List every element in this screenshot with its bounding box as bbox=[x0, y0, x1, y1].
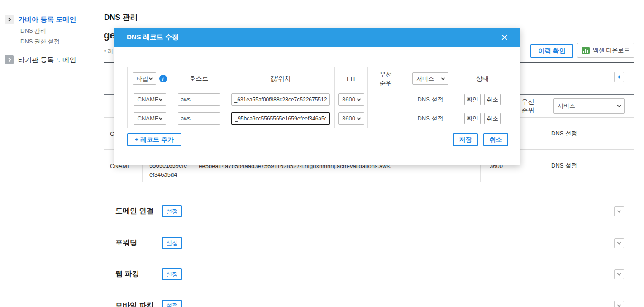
cancel-button[interactable]: 취소 bbox=[484, 94, 501, 105]
expand-section-button[interactable] bbox=[614, 269, 624, 279]
domain-name: ge bbox=[104, 29, 115, 41]
header-cell-value: 값/위치 bbox=[226, 67, 335, 90]
priority-cell bbox=[368, 90, 404, 109]
type-cell: CNAME bbox=[127, 90, 172, 109]
modal-record-row: CNAME 3600 bbox=[127, 109, 508, 128]
confirm-button[interactable]: 확인 bbox=[464, 113, 481, 124]
sidebar-item-label: 가비아 등록 도메인 bbox=[18, 15, 76, 24]
section-title: 웹 파킹 bbox=[115, 269, 162, 279]
record-type-select[interactable]: CNAME bbox=[134, 112, 166, 125]
note-bullet: • bbox=[104, 48, 106, 54]
expand-section-button[interactable] bbox=[614, 301, 624, 307]
expand-section-button[interactable] bbox=[614, 206, 624, 216]
info-icon[interactable]: i bbox=[159, 75, 167, 82]
value-cell bbox=[226, 109, 335, 128]
header-cell-service: 서비스 bbox=[544, 95, 634, 118]
value-cell bbox=[226, 90, 335, 109]
status-cell: 확인 취소 bbox=[457, 109, 508, 128]
chevron-down-icon bbox=[357, 116, 361, 120]
excel-download-label: 엑셀 다운로드 bbox=[593, 46, 630, 54]
modal-record-table: 타입 i 호스트 값/위치 TTL 우선 순위 서비스 bbox=[127, 67, 508, 128]
record-type-select[interactable]: CNAME bbox=[134, 93, 166, 106]
note-partial-text: 레 bbox=[108, 48, 113, 54]
section-mobile-parking: 모바일 파킹 설정 bbox=[104, 290, 634, 307]
value-input[interactable] bbox=[231, 93, 330, 106]
modal-footer: + 레코드 추가 저장 취소 bbox=[127, 133, 508, 146]
service-cell: DNS 설정 bbox=[404, 109, 457, 128]
host-input[interactable] bbox=[178, 93, 220, 106]
header-cell-ttl: TTL bbox=[335, 67, 368, 90]
service-cell: DNS 설정 bbox=[404, 90, 457, 109]
mobile-parking-setting-button[interactable]: 설정 bbox=[162, 300, 182, 307]
section-title: 모바일 파킹 bbox=[115, 301, 162, 307]
modal-table-header: 타입 i 호스트 값/위치 TTL 우선 순위 서비스 bbox=[127, 67, 508, 90]
sidebar-item-label: 타기관 등록 도메인 bbox=[18, 56, 76, 64]
modal-header: DNS 레코드 수정 ✕ bbox=[114, 28, 520, 47]
expand-section-button[interactable] bbox=[614, 238, 624, 248]
ttl-cell: 3600 bbox=[335, 90, 368, 109]
chevron-down-icon bbox=[617, 240, 621, 244]
excel-download-button[interactable]: 엑셀 다운로드 bbox=[577, 43, 634, 58]
ttl-select[interactable]: 3600 bbox=[338, 112, 364, 125]
modal-title: DNS 레코드 수정 bbox=[127, 33, 179, 42]
note-text: • 레 bbox=[104, 48, 113, 55]
page-title: DNS 관리 bbox=[104, 12, 138, 23]
sidebar-item-gabia-domains[interactable]: 가비아 등록 도메인 bbox=[5, 15, 76, 24]
chevron-right-icon bbox=[5, 55, 14, 64]
sidebar-item-other-registrar-domains[interactable]: 타기관 등록 도메인 bbox=[5, 55, 76, 64]
collapse-panel-button[interactable] bbox=[614, 72, 624, 82]
section-web-parking: 웹 파킹 설정 bbox=[104, 259, 634, 290]
header-cell-service: 서비스 bbox=[404, 67, 457, 90]
chevron-down-icon bbox=[158, 116, 162, 120]
sidebar-item-dns-permission[interactable]: DNS 권한 설정 bbox=[20, 38, 60, 46]
modal-record-row: CNAME 3600 bbox=[127, 90, 508, 109]
chevron-down-icon bbox=[441, 76, 445, 80]
sidebar-item-dns-management[interactable]: DNS 관리 bbox=[20, 27, 46, 35]
confirm-button[interactable]: 확인 bbox=[464, 94, 481, 105]
chevron-down-icon bbox=[617, 272, 621, 275]
ttl-select[interactable]: 3600 bbox=[338, 93, 364, 106]
excel-chart-icon bbox=[582, 47, 590, 54]
history-check-button[interactable]: 이력 확인 bbox=[530, 44, 573, 58]
priority-cell bbox=[368, 109, 404, 128]
service-filter-select[interactable]: 서비스 bbox=[553, 98, 625, 114]
service-header-select[interactable]: 서비스 bbox=[412, 72, 448, 85]
chevron-down-icon bbox=[617, 303, 621, 307]
header-cell-priority: 우선 순위 bbox=[368, 67, 404, 90]
host-input[interactable] bbox=[178, 112, 220, 125]
modal-cancel-button[interactable]: 취소 bbox=[483, 133, 508, 146]
value-input-focused[interactable] bbox=[231, 112, 330, 125]
header-cell-status: 상태 bbox=[457, 67, 508, 90]
dns-record-edit-modal: DNS 레코드 수정 ✕ 타입 i 호스트 값/위치 TTL bbox=[114, 28, 520, 165]
section-title: 도메인 연결 bbox=[115, 206, 162, 216]
host-cell bbox=[172, 109, 226, 128]
chevron-down-icon bbox=[148, 76, 152, 80]
ttl-cell: 3600 bbox=[335, 109, 368, 128]
header-cell-type: 타입 i bbox=[127, 67, 172, 90]
section-forwarding: 포워딩 설정 bbox=[104, 227, 634, 259]
status-cell: 확인 취소 bbox=[457, 90, 508, 109]
section-title: 포워딩 bbox=[115, 238, 162, 248]
type-header-select[interactable]: 타입 bbox=[133, 72, 156, 85]
header-cell-host: 호스트 bbox=[172, 67, 226, 90]
host-cell bbox=[172, 90, 226, 109]
add-record-button[interactable]: + 레코드 추가 bbox=[127, 133, 181, 146]
forwarding-setting-button[interactable]: 설정 bbox=[162, 237, 182, 249]
sidebar: 가비아 등록 도메인 DNS 관리 DNS 권한 설정 타기관 등록 도메인 bbox=[0, 0, 104, 307]
type-cell: CNAME bbox=[127, 109, 172, 128]
dns-management-screen: 가비아 등록 도메인 DNS 관리 DNS 권한 설정 타기관 등록 도메인 D… bbox=[0, 0, 644, 307]
chevron-down-icon bbox=[617, 209, 621, 212]
chevron-down-icon bbox=[617, 103, 621, 107]
modal-body: 타입 i 호스트 값/위치 TTL 우선 순위 서비스 bbox=[114, 47, 520, 146]
chevron-down-icon bbox=[158, 97, 162, 101]
web-parking-setting-button[interactable]: 설정 bbox=[162, 268, 182, 280]
save-button[interactable]: 저장 bbox=[453, 133, 478, 146]
chevron-right-icon bbox=[5, 15, 14, 24]
close-icon[interactable]: ✕ bbox=[501, 33, 508, 42]
cancel-button[interactable]: 취소 bbox=[484, 113, 501, 124]
record-service: DNS 설정 bbox=[544, 150, 634, 182]
chevron-down-icon bbox=[357, 97, 361, 101]
section-domain-connect: 도메인 연결 설정 bbox=[104, 196, 634, 227]
domain-connect-setting-button[interactable]: 설정 bbox=[162, 205, 182, 217]
record-service: DNS 설정 bbox=[544, 118, 634, 150]
